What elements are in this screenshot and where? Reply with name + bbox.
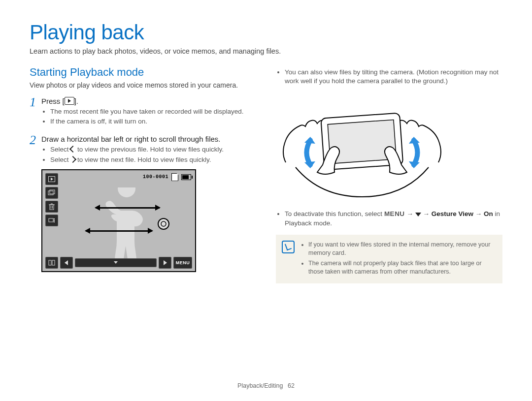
- down-arrow-icon: [415, 213, 421, 216]
- page-subtitle: Learn actions to play back photos, video…: [30, 47, 502, 55]
- manual-page: Playing back Learn actions to play back …: [0, 0, 532, 401]
- deactivate-bullet: To deactivate this function, select MENU…: [285, 210, 502, 227]
- text: To deactivate this function, select: [285, 210, 384, 217]
- text: to view the previous file. Hold to view …: [75, 146, 224, 153]
- step-text: Press [].: [41, 97, 256, 105]
- nav-left-icon: [60, 257, 73, 269]
- step1-bullet-1: The most recent file you have taken or r…: [50, 107, 256, 116]
- status-bar: 100-0001: [143, 173, 191, 181]
- section-heading: Starting Playback mode: [30, 66, 256, 79]
- step2-bullets: Select to view the previous file. Hold t…: [41, 145, 256, 164]
- step1-bullet-2: If the camera is off, it will turn on.: [50, 117, 256, 126]
- step-text: Draw a horizontal bar left or right to s…: [41, 135, 256, 143]
- footer-section: Playback/Editing: [237, 382, 283, 389]
- svg-rect-10: [54, 218, 55, 219]
- slideshow-icon: [45, 187, 58, 199]
- tilt-bullets: You can also view files by tilting the c…: [276, 68, 502, 86]
- multi-view-icon: [45, 257, 58, 269]
- tilt-camera-illustration: [276, 93, 448, 202]
- svg-marker-18: [164, 260, 167, 265]
- thumbnail-icon: [45, 215, 58, 226]
- file-counter: 100-0001: [143, 174, 168, 180]
- page-footer: Playback/Editing 62: [0, 382, 532, 389]
- note-item: The camera will not properly play back f…: [308, 259, 496, 276]
- content-columns: Starting Playback mode View photos or pl…: [30, 66, 502, 283]
- note-item: If you want to view files stored in the …: [308, 241, 496, 257]
- svg-rect-15: [49, 260, 51, 265]
- text: to view the next file. Hold to view file…: [75, 156, 211, 163]
- menu-button: MENU: [173, 257, 192, 269]
- bottom-icon-bar: MENU: [45, 257, 192, 269]
- page-title: Playing back: [30, 21, 502, 44]
- step-1: 1 Press []. The most recent file you hav…: [30, 97, 256, 131]
- svg-rect-11: [54, 220, 55, 221]
- tilt-bullet: You can also view files by tilting the c…: [285, 68, 502, 86]
- arrow-text: →: [405, 210, 415, 217]
- step-number: 1: [30, 96, 41, 131]
- on-label: On: [484, 210, 493, 217]
- down-triangle-icon: [114, 261, 118, 264]
- svg-rect-12: [54, 221, 55, 222]
- note-box: If you want to view files stored in the …: [276, 235, 502, 284]
- step-number: 2: [30, 134, 41, 272]
- left-column: Starting Playback mode View photos or pl…: [30, 66, 256, 283]
- right-column: You can also view files by tilting the c…: [276, 66, 502, 283]
- step1-bullets: The most recent file you have taken or r…: [41, 107, 256, 126]
- left-icon-bar: [45, 173, 58, 226]
- step-2: 2 Draw a horizontal bar left or right to…: [30, 135, 256, 272]
- bottom-bar: [75, 258, 157, 267]
- svg-rect-4: [50, 205, 54, 210]
- svg-point-13: [158, 218, 169, 229]
- step-body: Press []. The most recent file you have …: [41, 97, 256, 131]
- deactivate-bullets: To deactivate this function, select MENU…: [276, 210, 502, 227]
- svg-rect-9: [49, 218, 53, 222]
- svg-rect-2: [48, 191, 53, 195]
- step1-text-before: Press [: [41, 97, 65, 105]
- step1-text-after: ].: [74, 97, 78, 105]
- text: Select: [50, 156, 70, 163]
- camera-screen-preview: 100-0001: [41, 169, 196, 272]
- step-body: Draw a horizontal bar left or right to s…: [41, 135, 256, 272]
- menu-word-icon: MENU: [384, 210, 405, 217]
- step2-bullet-next: Select to view the next file. Hold to vi…: [50, 155, 256, 164]
- sd-card-icon: [171, 173, 178, 181]
- note-list: If you want to view files stored in the …: [300, 241, 496, 276]
- page-number: 62: [288, 382, 295, 389]
- step2-bullet-prev: Select to view the previous file. Hold t…: [50, 145, 256, 154]
- touch-point-icon: [157, 217, 170, 231]
- section-description: View photos or play videos and voice mem…: [30, 81, 256, 90]
- swipe-arrow-icon: [86, 230, 152, 232]
- delete-icon: [45, 201, 58, 213]
- text: Select: [50, 146, 70, 153]
- play-mode-icon: [45, 173, 58, 185]
- swipe-arrow-icon: [96, 207, 160, 209]
- svg-marker-22: [304, 161, 315, 168]
- svg-marker-24: [409, 161, 420, 168]
- note-icon: [282, 241, 295, 253]
- svg-rect-16: [52, 260, 55, 265]
- gesture-view-label: Gesture View: [432, 210, 473, 217]
- svg-marker-1: [51, 178, 53, 181]
- nav-right-icon: [159, 257, 171, 269]
- svg-marker-17: [65, 260, 68, 265]
- arrow-text: →: [473, 210, 484, 217]
- playback-button-icon: [65, 97, 74, 105]
- arrow-text: →: [421, 210, 432, 217]
- battery-icon: [181, 174, 191, 180]
- svg-rect-3: [50, 190, 55, 194]
